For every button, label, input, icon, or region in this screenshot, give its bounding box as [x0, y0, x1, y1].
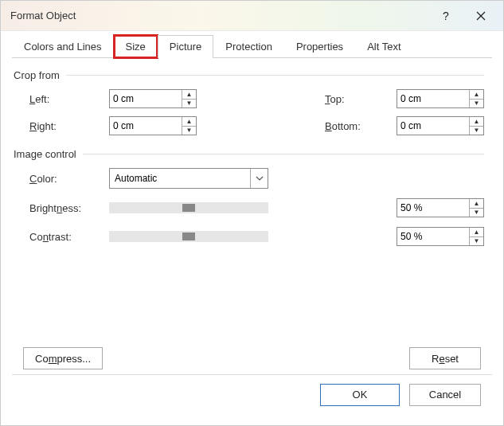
tab-colors-and-lines[interactable]: Colors and Lines — [12, 35, 114, 58]
tab-picture[interactable]: Picture — [158, 35, 213, 58]
close-icon — [476, 11, 486, 21]
crop-top-label: Top: — [325, 93, 397, 105]
crop-bottom-field[interactable]: ▲ ▼ — [397, 116, 484, 135]
separator — [83, 154, 484, 154]
crop-right-label: Right: — [29, 120, 109, 132]
crop-left-label: Left: — [29, 93, 109, 105]
crop-left-up[interactable]: ▲ — [182, 90, 196, 99]
color-dropdown[interactable]: Automatic — [109, 168, 268, 189]
tab-strip: Colors and Lines Size Picture Protection… — [12, 34, 492, 58]
crop-right-down[interactable]: ▼ — [182, 126, 196, 135]
crop-from-label: Crop from — [14, 69, 60, 81]
brightness-label: Brightness: — [29, 202, 109, 214]
crop-top-down[interactable]: ▼ — [470, 99, 483, 108]
crop-top-field[interactable]: ▲ ▼ — [397, 89, 484, 108]
window-controls: ? — [428, 4, 498, 28]
help-button[interactable]: ? — [428, 4, 463, 28]
format-object-dialog: Format Object ? Colors and Lines Size Pi… — [0, 0, 504, 426]
crop-left-down[interactable]: ▼ — [182, 99, 196, 108]
separator — [66, 75, 484, 76]
contrast-thumb[interactable] — [182, 233, 195, 240]
crop-bottom-down[interactable]: ▼ — [470, 126, 483, 135]
crop-bottom-label: Bottom: — [325, 120, 397, 132]
reset-button[interactable]: Reset — [409, 347, 481, 369]
crop-top-up[interactable]: ▲ — [470, 90, 483, 99]
brightness-down[interactable]: ▼ — [470, 208, 483, 217]
picture-panel: Crop from Left: ▲ ▼ Top: ▲ — [12, 58, 492, 374]
brightness-slider[interactable] — [109, 202, 268, 213]
image-control-label: Image control — [14, 148, 76, 160]
tab-size[interactable]: Size — [114, 35, 158, 58]
title-bar: Format Object ? — [1, 1, 503, 31]
contrast-down[interactable]: ▼ — [470, 236, 483, 246]
contrast-label: Contrast: — [29, 231, 109, 243]
dialog-title: Format Object — [10, 10, 76, 21]
brightness-thumb[interactable] — [182, 204, 195, 212]
tab-alt-text[interactable]: Alt Text — [355, 35, 412, 58]
brightness-input[interactable] — [397, 199, 469, 217]
contrast-up[interactable]: ▲ — [470, 228, 483, 236]
crop-grid: Left: ▲ ▼ Top: ▲ ▼ Right — [20, 89, 484, 135]
image-control-heading: Image control — [14, 148, 484, 160]
crop-right-up[interactable]: ▲ — [182, 117, 196, 126]
close-button[interactable] — [463, 4, 498, 28]
crop-top-input[interactable] — [397, 90, 469, 107]
color-value: Automatic — [115, 173, 157, 184]
tab-properties[interactable]: Properties — [284, 35, 355, 58]
crop-left-input[interactable] — [110, 90, 182, 107]
dialog-body: Colors and Lines Size Picture Protection… — [1, 31, 503, 425]
dialog-footer: OK Cancel — [12, 374, 492, 414]
crop-bottom-input[interactable] — [397, 117, 469, 135]
color-label: Color: — [29, 173, 109, 185]
crop-left-field[interactable]: ▲ ▼ — [109, 89, 197, 108]
ok-button[interactable]: OK — [320, 384, 400, 406]
chevron-down-icon — [256, 176, 264, 181]
tab-protection[interactable]: Protection — [213, 35, 284, 58]
panel-bottom-row: Compress... Reset — [20, 347, 484, 369]
crop-bottom-up[interactable]: ▲ — [470, 117, 483, 126]
contrast-field[interactable]: ▲ ▼ — [397, 227, 484, 246]
contrast-slider[interactable] — [109, 231, 268, 242]
compress-button[interactable]: Compress... — [23, 347, 103, 369]
brightness-up[interactable]: ▲ — [470, 199, 483, 208]
cancel-button[interactable]: Cancel — [409, 384, 481, 406]
crop-right-field[interactable]: ▲ ▼ — [109, 116, 197, 135]
image-control-grid: Color: Automatic Brightness: — [20, 168, 484, 246]
color-dropdown-button[interactable] — [250, 169, 268, 188]
crop-right-input[interactable] — [110, 117, 182, 135]
crop-from-heading: Crop from — [14, 69, 484, 81]
brightness-field[interactable]: ▲ ▼ — [397, 198, 484, 217]
contrast-input[interactable] — [397, 228, 469, 245]
